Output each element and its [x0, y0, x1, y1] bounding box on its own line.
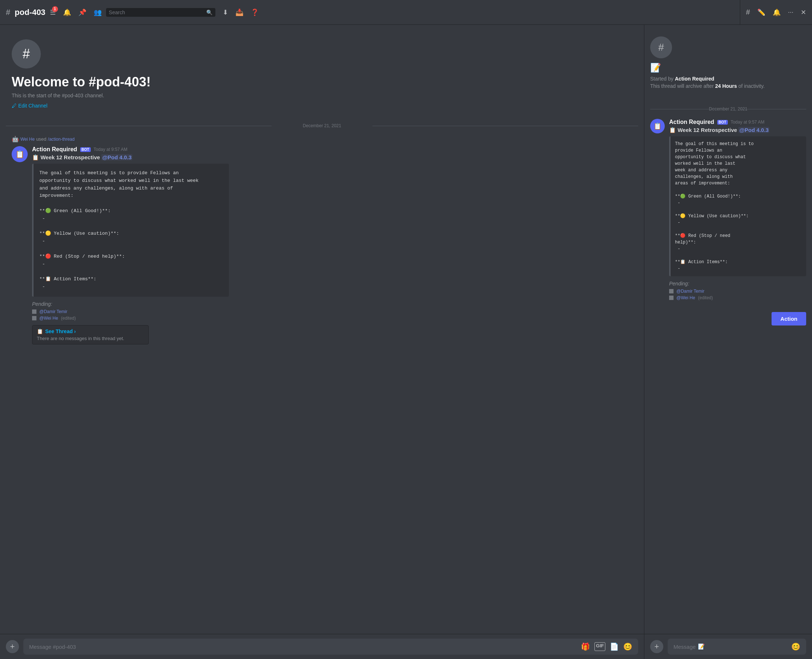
- right-message-title: 📋 Week 12 Retrospective @Pod 4.0.3: [669, 127, 806, 133]
- right-pending-user-1[interactable]: @Damir Temir: [676, 289, 705, 294]
- archive-suffix: of inactivity.: [738, 83, 765, 89]
- bot-avatar-icon: 📋: [15, 150, 24, 159]
- right-mention-tag[interactable]: @Pod 4.0.3: [738, 127, 769, 133]
- top-bar-icons: ☰ 1 🔔 📌 👥: [50, 8, 102, 16]
- threads-badge-wrapper[interactable]: ☰ 1: [50, 8, 56, 16]
- thread-header-icon: #: [650, 36, 672, 58]
- see-thread-label[interactable]: See Thread ›: [45, 328, 76, 334]
- pending-user-2[interactable]: @Wei He: [39, 316, 58, 321]
- pending-section: Pending: @Damir Temir @Wei He (edited): [32, 301, 632, 321]
- pending-user-1[interactable]: @Damir Temir: [39, 309, 68, 314]
- upload-icon[interactable]: 📄: [610, 642, 619, 651]
- message-input-placeholder-left: Message #pod-403: [29, 644, 76, 650]
- right-input-content: Message 📝: [673, 643, 705, 650]
- gift-icon[interactable]: 🎁: [581, 642, 590, 651]
- message-input-left[interactable]: Message #pod-403 🎁 GIF 📄 😊: [23, 639, 638, 654]
- right-add-message-button[interactable]: +: [650, 640, 663, 653]
- input-icons-right: 😊: [791, 642, 800, 651]
- right-panel: # 📝 Started by Action Required This thre…: [644, 25, 812, 659]
- inbox-icon[interactable]: 📥: [235, 8, 243, 16]
- message-content-wrapper: Action Required BOT Today at 9:57 AM 📋 W…: [32, 146, 632, 344]
- right-bot-icon: 📋: [653, 122, 661, 130]
- hash-icon-top: #: [6, 8, 10, 17]
- channel-hash-icon: #: [23, 46, 30, 61]
- archive-duration: 24 Hours: [715, 83, 737, 89]
- right-close-icon[interactable]: ✕: [801, 8, 806, 16]
- input-icons-left: 🎁 GIF 📄 😊: [581, 642, 632, 651]
- download-icon[interactable]: ⬇: [223, 8, 228, 16]
- command-user[interactable]: Wei He: [20, 137, 35, 142]
- right-panel-scroll: # 📝 Started by Action Required This thre…: [644, 25, 812, 634]
- action-button[interactable]: Action: [771, 312, 806, 325]
- edit-channel-link[interactable]: 🖊 Edit Channel: [12, 103, 632, 109]
- pin-icon[interactable]: 📌: [78, 8, 87, 16]
- search-bar[interactable]: 🔍: [106, 8, 215, 17]
- right-pending-edited-label: (edited): [698, 295, 713, 300]
- date-divider-right-text: December 21, 2021: [709, 106, 747, 112]
- notifications-icon[interactable]: 🔔: [63, 8, 71, 16]
- right-bot-avatar: 📋: [650, 119, 665, 133]
- gif-icon[interactable]: GIF: [594, 642, 605, 651]
- help-icon[interactable]: ❓: [251, 8, 259, 16]
- right-message-content: Action Required BOT Today at 9:57 AM 📋 W…: [669, 119, 806, 302]
- search-icon: 🔍: [206, 9, 213, 15]
- bot-badge: BOT: [80, 147, 91, 152]
- right-input-bar: + Message 📝 😊: [644, 634, 812, 659]
- search-input[interactable]: [109, 9, 203, 15]
- left-panel-scroll: # Welcome to #pod-403! This is the start…: [0, 25, 644, 634]
- right-message-embed: The goal of this meeting is to provide F…: [669, 136, 806, 276]
- message-input-placeholder-right: Message: [673, 644, 696, 650]
- channel-welcome-desc: This is the start of the #pod-403 channe…: [12, 93, 632, 98]
- channel-welcome-title: Welcome to #pod-403!: [12, 74, 632, 90]
- right-message-author: Action Required: [669, 119, 714, 125]
- action-button-area: Action: [650, 312, 806, 325]
- mention-tag[interactable]: @Pod 4.0.3: [101, 154, 132, 160]
- right-message-timestamp: Today at 9:57 AM: [731, 120, 765, 125]
- right-pending-checkbox-1: [669, 289, 673, 293]
- right-bot-badge: BOT: [717, 120, 728, 125]
- right-title-text: Week 12 Retrospective: [678, 127, 737, 133]
- message-timestamp: Today at 9:57 AM: [94, 147, 128, 152]
- left-input-bar: + Message #pod-403 🎁 GIF 📄 😊: [0, 634, 644, 659]
- edit-channel-label[interactable]: Edit Channel: [18, 103, 47, 109]
- pencil-icon: 🖊: [12, 103, 17, 109]
- right-pending-label: Pending:: [669, 281, 806, 287]
- thread-hash-icon: #: [658, 41, 664, 53]
- see-thread-link[interactable]: 📋 See Thread ›: [37, 328, 144, 334]
- see-thread-emoji: 📋: [37, 328, 43, 334]
- thread-archive-note: This thread will archive after 24 Hours …: [650, 83, 806, 89]
- archive-note-text: This thread will archive after: [650, 83, 714, 89]
- right-pending-checkbox-2: [669, 296, 673, 300]
- top-bar-right-icons: ⬇ 📥 ❓: [223, 8, 259, 16]
- see-thread-container[interactable]: 📋 See Thread › There are no messages in …: [32, 325, 149, 344]
- pending-checkbox-2: [32, 316, 36, 320]
- emoji-icon-left[interactable]: 😊: [623, 642, 632, 651]
- see-thread-desc: There are no messages in this thread yet…: [37, 336, 144, 341]
- right-panel-msg-row: 📋 Action Required BOT Today at 9:57 AM 📋…: [650, 117, 806, 303]
- right-more-icon[interactable]: ···: [788, 8, 793, 16]
- emoji-icon-right[interactable]: 😊: [791, 642, 800, 651]
- right-pending-section: Pending: @Damir Temir @Wei He (edited): [669, 281, 806, 300]
- command-name[interactable]: /action-thread: [48, 137, 74, 142]
- started-by-label: Started by: [650, 76, 673, 82]
- right-pending-item-2: @Wei He (edited): [669, 295, 806, 300]
- date-divider-text: December 21, 2021: [303, 123, 341, 128]
- message-author: Action Required: [32, 146, 77, 153]
- message-input-right[interactable]: Message 📝 😊: [668, 639, 806, 654]
- members-icon[interactable]: 👥: [94, 8, 102, 16]
- right-hash-icon: #: [746, 8, 750, 16]
- right-title-emoji: 📋: [669, 127, 676, 133]
- right-input-emoji: 📝: [698, 643, 705, 650]
- right-pending-user-2[interactable]: @Wei He: [676, 295, 695, 300]
- message-title: 📋 Week 12 Retrospective @Pod 4.0.3: [32, 154, 632, 161]
- thread-header: # 📝 Started by Action Required This thre…: [650, 31, 806, 101]
- pending-checkbox-1: [32, 309, 36, 314]
- channel-name-header: pod-403: [14, 8, 45, 17]
- thread-note-emoji: 📝: [650, 63, 806, 73]
- channel-header: # Welcome to #pod-403! This is the start…: [6, 33, 638, 117]
- add-message-button[interactable]: +: [6, 640, 19, 653]
- main-message-row: 📋 Action Required BOT Today at 9:57 AM 📋…: [6, 145, 638, 345]
- right-bell-icon[interactable]: 🔔: [773, 8, 780, 16]
- used-command-row: 🤖 Wei He used /action-thread: [6, 134, 638, 145]
- top-bar: # pod-403 ☰ 1 🔔 📌 👥 🔍 ⬇ 📥 ❓ # ✏️ 🔔 ··· ✕: [0, 0, 812, 25]
